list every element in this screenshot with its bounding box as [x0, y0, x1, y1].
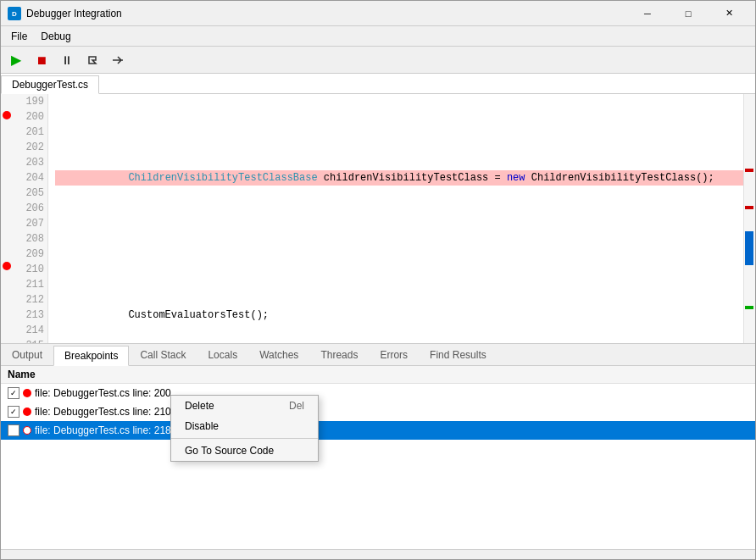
scrollbar-marker-blue [745, 231, 753, 265]
bp-label-1: file: DebuggerTest.cs line: 200 [35, 387, 171, 399]
bp-checkbox-2[interactable] [8, 406, 19, 418]
ctx-label-disable: Disable [185, 420, 219, 432]
editor-area: 199 200 201 202 203 204 205 206 207 208 … [1, 94, 755, 344]
code-line-202 [55, 262, 743, 277]
ctx-shortcut-delete: Del [289, 400, 304, 412]
restart-button[interactable] [81, 48, 104, 72]
main-content: DebuggerTest.cs 199 200 201 [1, 74, 755, 560]
tab-locals[interactable]: Locals [197, 345, 248, 365]
scrollbar-marker-green [745, 306, 753, 309]
bp-dot-211[interactable] [3, 262, 11, 270]
title-bar: D Debugger Integration ─ □ ✕ [1, 1, 755, 26]
svg-text:D: D [12, 10, 17, 18]
tab-watches[interactable]: Watches [248, 345, 309, 365]
menu-bar: File Debug [1, 26, 755, 47]
bp-item-1[interactable]: file: DebuggerTest.cs line: 200 [1, 384, 755, 402]
bp-dot-200[interactable] [3, 111, 11, 119]
tab-breakpoints[interactable]: Breakpoints [53, 346, 129, 366]
bp-dot-2 [23, 408, 31, 416]
tab-callstack[interactable]: Call Stack [129, 345, 197, 365]
bp-label-2: file: DebuggerTest.cs line: 210 [35, 406, 171, 418]
tab-findresults[interactable]: Find Results [419, 345, 498, 365]
tab-output[interactable]: Output [1, 345, 53, 365]
editor-scrollbar[interactable] [743, 94, 755, 343]
pause-button[interactable]: ⏸ [55, 48, 79, 72]
line-numbers: 199 200 201 202 203 204 205 206 207 208 … [14, 94, 48, 343]
ctx-separator [171, 438, 318, 439]
minimize-button[interactable]: ─ [628, 1, 667, 26]
bp-checkbox-1[interactable] [8, 387, 19, 399]
ctx-item-disable[interactable]: Disable [171, 416, 318, 436]
editor-scroll[interactable]: 199 200 201 202 203 204 205 206 207 208 … [1, 94, 743, 343]
bp-dot-3 [23, 426, 31, 435]
menu-debug[interactable]: Debug [34, 26, 77, 46]
breakpoints-list-area: Name file: DebuggerTest.cs line: 200 fil… [1, 366, 755, 549]
bp-item-2[interactable]: file: DebuggerTest.cs line: 210 [1, 402, 755, 421]
bottom-panel: Output Breakpoints Call Stack Locals Wat… [1, 344, 755, 560]
h-scrollbar[interactable] [1, 549, 755, 560]
ctx-item-gotosource[interactable]: Go To Source Code [171, 441, 318, 461]
continue-button[interactable]: ▶ [4, 48, 28, 72]
context-menu: Delete Del Disable Go To Source Code [170, 395, 319, 462]
bp-checkbox-3[interactable] [8, 424, 19, 436]
scrollbar-marker-red-2 [745, 206, 753, 209]
bp-label-3: file: DebuggerTest.cs line: 218 [35, 424, 171, 436]
step-over-button[interactable] [106, 48, 130, 72]
tab-threads[interactable]: Threads [309, 345, 369, 365]
stop-button[interactable]: ⏹ [30, 48, 53, 72]
code-line-199 [55, 125, 743, 140]
app-icon: D [8, 7, 21, 20]
code-line-200: ChildrenVisibilityTestClassBase children… [55, 170, 743, 186]
file-tab-debuggertest[interactable]: DebuggerTest.cs [1, 75, 99, 94]
breakpoint-col [1, 94, 14, 343]
tab-errors[interactable]: Errors [369, 345, 419, 365]
code-line-201 [55, 216, 743, 231]
bp-dot-1 [23, 389, 31, 397]
ctx-label-delete: Delete [185, 400, 214, 412]
scrollbar-marker-red-1 [745, 169, 753, 172]
code-lines: ChildrenVisibilityTestClassBase children… [48, 94, 743, 343]
code-line-203: CustomEvaluatorsTest(); [55, 308, 743, 323]
breakpoints-header: Name [1, 366, 755, 384]
window-controls: ─ □ ✕ [628, 1, 748, 26]
toolbar: ▶ ⏹ ⏸ [1, 47, 755, 74]
file-tab-bar: DebuggerTest.cs [1, 74, 755, 94]
bp-item-3[interactable]: file: DebuggerTest.cs line: 218 [1, 421, 755, 440]
bottom-tab-bar: Output Breakpoints Call Stack Locals Wat… [1, 344, 755, 366]
ctx-item-delete[interactable]: Delete Del [171, 396, 318, 416]
maximize-button[interactable]: □ [669, 1, 708, 26]
menu-file[interactable]: File [4, 26, 34, 46]
code-container: 199 200 201 202 203 204 205 206 207 208 … [1, 94, 743, 343]
ctx-label-gotosource: Go To Source Code [185, 445, 274, 457]
close-button[interactable]: ✕ [709, 1, 748, 26]
window-title: Debugger Integration [26, 8, 628, 19]
